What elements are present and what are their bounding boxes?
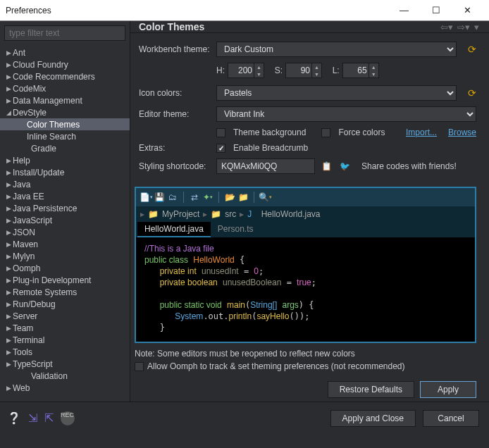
dialog-footer: ❔ ⇲ ⇱ REC Apply and Close Cancel — [0, 402, 489, 434]
l-input[interactable] — [342, 63, 369, 78]
tree-item-javascript[interactable]: ▶JavaScript — [0, 214, 130, 226]
note-text: Note: Some editors must be reopened to r… — [130, 347, 489, 361]
h-spin[interactable]: ▲▼ — [254, 63, 264, 78]
tree-item-oomph[interactable]: ▶Oomph — [0, 262, 130, 274]
back-icon[interactable]: ⇦▾ — [439, 22, 454, 32]
force-colors-checkbox[interactable] — [321, 128, 330, 137]
open-icon[interactable]: 📂 — [224, 192, 235, 203]
icon-colors-select[interactable]: Pastels — [216, 85, 457, 101]
open-project-icon[interactable]: 📁 — [237, 192, 249, 203]
tree-item-help[interactable]: ▶Help — [0, 154, 130, 166]
export-prefs-icon[interactable]: ⇱ — [44, 411, 54, 425]
tree-item-data-management[interactable]: ▶Data Management — [0, 94, 130, 106]
tree-item-plug-in-development[interactable]: ▶Plug-in Development — [0, 274, 130, 286]
cancel-button[interactable]: Cancel — [423, 410, 479, 427]
restore-defaults-button[interactable]: Restore Defaults — [328, 381, 414, 398]
h-input[interactable] — [228, 63, 254, 78]
tree-item-inline-search[interactable]: Inline Search — [0, 130, 130, 142]
tree-item-maven[interactable]: ▶Maven — [0, 238, 130, 250]
import-link[interactable]: Import... — [406, 127, 437, 137]
browse-link[interactable]: Browse — [448, 127, 476, 137]
share-text: Share codes with friends! — [361, 161, 457, 171]
menu-icon[interactable]: ▾ — [473, 22, 481, 32]
refresh-icon[interactable]: ⟳ — [468, 87, 476, 99]
h-label: H: — [216, 66, 225, 75]
window-controls: — ☐ ✕ — [388, 0, 483, 20]
tree-item-java[interactable]: ▶Java — [0, 178, 130, 190]
tree-item-ant[interactable]: ▶Ant — [0, 46, 130, 58]
tree-item-tools[interactable]: ▶Tools — [0, 346, 130, 358]
editor-theme-select[interactable]: Vibrant Ink — [216, 106, 476, 122]
l-spin[interactable]: ▲▼ — [369, 63, 379, 78]
s-spin[interactable]: ▲▼ — [312, 63, 322, 78]
extras-label: Extras: — [139, 143, 216, 153]
apply-and-close-button[interactable]: Apply and Close — [330, 410, 416, 427]
folder-icon: 📁 — [148, 209, 159, 219]
filter-input[interactable] — [4, 25, 125, 41]
title-bar: Preferences — ☐ ✕ — [0, 0, 489, 21]
breadcrumb-src[interactable]: src — [225, 209, 236, 219]
editor-theme-label: Editor theme: — [139, 109, 216, 119]
record-icon[interactable]: REC — [61, 411, 75, 425]
clipboard-icon[interactable]: 📋 — [321, 161, 332, 172]
tree-item-java-ee[interactable]: ▶Java EE — [0, 190, 130, 202]
enable-breadcrumb-label: Enable Breadcrumb — [233, 143, 308, 153]
tree-item-team[interactable]: ▶Team — [0, 322, 130, 334]
tree-item-install-update[interactable]: ▶Install/Update — [0, 166, 130, 178]
tree-item-color-themes[interactable]: Color Themes — [0, 118, 130, 130]
code-preview: //This is a Java file public class Hello… — [136, 237, 475, 342]
minimize-button[interactable]: — — [388, 0, 420, 20]
tree-item-terminal[interactable]: ▶Terminal — [0, 334, 130, 346]
tree-item-code-recommenders[interactable]: ▶Code Recommenders — [0, 70, 130, 82]
breadcrumb[interactable]: ▸📁MyProject ▸📁src ▸J HelloWorld.java — [136, 206, 475, 222]
breadcrumb-project[interactable]: MyProject — [162, 209, 199, 219]
tree-item-cloud-foundry[interactable]: ▶Cloud Foundry — [0, 58, 130, 70]
maximize-button[interactable]: ☐ — [420, 0, 452, 20]
page-title: Color Themes — [139, 21, 439, 32]
new-icon[interactable]: 📄▾ — [140, 192, 151, 203]
java-icon: J — [247, 209, 252, 219]
s-input[interactable] — [285, 63, 312, 78]
allow-oomph-checkbox[interactable] — [135, 362, 144, 371]
tree-item-devstyle[interactable]: ◢DevStyle — [0, 106, 130, 118]
close-button[interactable]: ✕ — [452, 0, 483, 20]
magic-icon[interactable]: ✦▾ — [202, 192, 213, 203]
preferences-tree[interactable]: ▶Ant▶Cloud Foundry▶Code Recommenders▶Cod… — [0, 45, 130, 402]
folder-icon: 📁 — [211, 209, 221, 219]
save-all-icon[interactable]: 🗂 — [167, 192, 178, 203]
content-header: Color Themes ⇦▾ ⇨▾ ▾ — [130, 21, 489, 33]
workbench-theme-label: Workbench theme: — [139, 44, 216, 54]
twitter-icon[interactable]: 🐦 — [339, 161, 350, 172]
tree-item-run-debug[interactable]: ▶Run/Debug — [0, 298, 130, 310]
theme-background-checkbox[interactable] — [216, 128, 225, 137]
apply-button[interactable]: Apply — [420, 381, 476, 398]
tree-item-codemix[interactable]: ▶CodeMix — [0, 82, 130, 94]
tab-helloworld[interactable]: HelloWorld.java — [137, 222, 211, 237]
forward-icon[interactable]: ⇨▾ — [456, 22, 471, 32]
settings-form: Workbench theme: Dark Custom ⟳ H: ▲▼ S: … — [130, 33, 489, 184]
editor-preview: 📄▾ 💾 🗂 ⇄ ✦▾ 📂 📁 🔍▾ ▸📁MyProject ▸📁src ▸J … — [135, 187, 476, 343]
tree-item-mylyn[interactable]: ▶Mylyn — [0, 250, 130, 262]
save-icon[interactable]: 💾 — [154, 192, 165, 203]
enable-breadcrumb-checkbox[interactable] — [216, 144, 225, 153]
sync-icon[interactable]: ⇄ — [189, 192, 200, 203]
breadcrumb-file[interactable]: HelloWorld.java — [261, 209, 321, 219]
help-icon[interactable]: ❔ — [7, 411, 21, 425]
refresh-icon[interactable]: ⟳ — [468, 44, 476, 55]
s-label: S: — [275, 66, 283, 75]
tree-item-java-persistence[interactable]: ▶Java Persistence — [0, 202, 130, 214]
tree-item-web[interactable]: ▶Web — [0, 382, 130, 394]
tree-item-server[interactable]: ▶Server — [0, 310, 130, 322]
workbench-theme-select[interactable]: Dark Custom — [216, 42, 457, 57]
tree-item-validation[interactable]: Validation — [0, 370, 130, 382]
tree-item-gradle[interactable]: Gradle — [0, 142, 130, 154]
tree-item-remote-systems[interactable]: ▶Remote Systems — [0, 286, 130, 298]
content-pane: Color Themes ⇦▾ ⇨▾ ▾ Workbench theme: Da… — [130, 21, 489, 402]
search-icon[interactable]: 🔍▾ — [259, 192, 271, 203]
import-prefs-icon[interactable]: ⇲ — [28, 411, 37, 425]
tree-item-typescript[interactable]: ▶TypeScript — [0, 358, 130, 370]
tab-person[interactable]: Person.ts — [211, 222, 261, 237]
shortcode-input[interactable] — [216, 158, 315, 174]
tree-item-json[interactable]: ▶JSON — [0, 226, 130, 238]
icon-colors-label: Icon colors: — [139, 88, 216, 98]
